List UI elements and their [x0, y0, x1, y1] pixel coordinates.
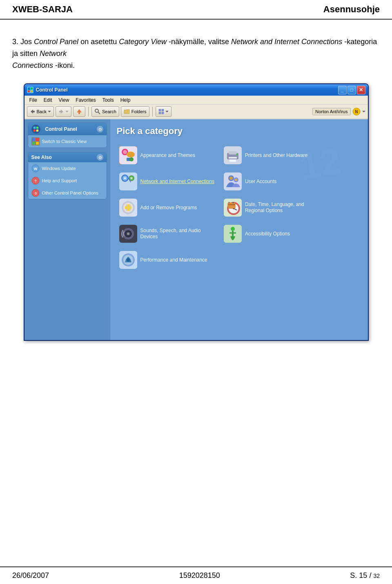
svg-marker-10 [65, 111, 69, 112]
xp-toolbar: Back [24, 105, 368, 119]
footer-page-current: 15 [359, 571, 367, 580]
performance-label: Performance and Maintenance [140, 257, 207, 264]
sidebar-section2-header: See Also ⊙ [28, 152, 107, 162]
other-options-label: Other Control Panel Options [42, 190, 98, 195]
category-performance[interactable]: Performance and Maintenance [117, 248, 220, 272]
menu-help[interactable]: Help [118, 96, 133, 104]
footer-page-sep: / [369, 571, 371, 580]
sounds-icon [119, 225, 137, 243]
svg-rect-2 [31, 87, 33, 90]
svg-point-56 [131, 178, 132, 179]
up-button[interactable] [73, 106, 85, 117]
svg-rect-1 [28, 87, 30, 90]
printers-label: Printers and Other Hardware [245, 152, 307, 159]
users-label: User Accounts [245, 179, 276, 185]
network-icon [119, 172, 137, 190]
datetime-label: Date, Time, Language, and Regional Optio… [245, 201, 322, 214]
sidebar-cp-icon [31, 125, 40, 134]
menu-view[interactable]: View [56, 96, 72, 104]
search-button[interactable]: Search [91, 106, 119, 117]
svg-point-13 [95, 109, 98, 112]
category-users[interactable]: User Accounts [221, 169, 324, 194]
switch-classic-view[interactable]: Switch to Classic View [28, 135, 107, 148]
forward-button[interactable] [56, 106, 71, 117]
svg-text:?: ? [34, 179, 37, 183]
help-support-label: Help and Support [42, 178, 77, 183]
network-internet-italic: Network and Internet Connections [231, 38, 342, 46]
maximize-button[interactable]: □ [347, 86, 356, 94]
network-label: Network and Internet Connections [140, 179, 214, 185]
svg-rect-50 [119, 172, 137, 190]
category-sounds[interactable]: Sounds, Speech, and Audio Devices [117, 222, 220, 246]
svg-rect-30 [32, 142, 35, 145]
addremove-label: Add or Remove Programs [140, 205, 197, 211]
sidebar-collapse-btn[interactable]: ⊙ [97, 126, 103, 132]
svg-rect-58 [224, 172, 242, 190]
main-content: 3. Jos Control Panel on asetettu Categor… [0, 20, 392, 349]
svg-point-85 [231, 227, 235, 231]
sidebar-seealso-collapse-btn[interactable]: ⊙ [97, 154, 103, 161]
sounds-label: Sounds, Speech, and Audio Devices [140, 228, 217, 240]
title-left: XWEB-SARJA [12, 4, 73, 15]
category-printers[interactable]: Printers and Other Hardware [221, 143, 324, 168]
svg-rect-77 [233, 202, 234, 204]
pick-category-title: Pick a category [117, 126, 361, 136]
norton-icon: N [352, 107, 361, 116]
svg-rect-15 [159, 109, 161, 111]
sidebar-cp-icon-svg [33, 126, 39, 132]
svg-rect-26 [36, 130, 38, 132]
xp-content: Pick a category 12 Ap [110, 119, 368, 340]
printers-icon [224, 146, 242, 164]
up-icon [76, 108, 82, 115]
accessibility-icon [224, 225, 242, 243]
forward-dropdown-icon [65, 110, 69, 113]
menu-tools[interactable]: Tools [100, 96, 116, 104]
see-also-windows-update[interactable]: W Windows Update [28, 162, 107, 175]
svg-rect-68 [125, 206, 131, 209]
svg-rect-17 [159, 112, 161, 114]
folders-label: Folders [131, 109, 147, 114]
svg-text:⚙: ⚙ [34, 192, 37, 195]
xp-titlebar: Control Panel _ □ ✕ [24, 84, 368, 96]
menu-file[interactable]: File [27, 96, 40, 104]
network-italic: Network [40, 49, 67, 58]
footer-id: 1592028150 [179, 571, 220, 580]
titlebar-buttons: _ □ ✕ [338, 86, 365, 94]
see-also-other-options[interactable]: ⚙ Other Control Panel Options [28, 187, 107, 199]
view-button[interactable] [156, 106, 172, 117]
svg-rect-6 [33, 111, 35, 112]
category-appearance[interactable]: Appearance and Themes [117, 143, 220, 168]
svg-point-62 [235, 179, 237, 181]
svg-rect-49 [229, 159, 236, 162]
svg-point-91 [127, 258, 130, 262]
help-support-icon: ? [31, 177, 40, 185]
minimize-button[interactable]: _ [338, 86, 347, 94]
svg-point-53 [124, 177, 126, 179]
svg-point-61 [229, 177, 233, 180]
addremove-icon [119, 199, 137, 217]
menu-edit[interactable]: Edit [41, 96, 55, 104]
svg-point-48 [236, 154, 238, 155]
footer-page-total: 32 [373, 573, 380, 579]
svg-rect-75 [228, 203, 235, 208]
close-button[interactable]: ✕ [357, 86, 365, 94]
folders-button[interactable]: Folders [121, 106, 149, 117]
sidebar-section2-title: See Also [31, 154, 52, 160]
back-button[interactable]: Back [27, 106, 54, 117]
category-network[interactable]: Network and Internet Connections [117, 169, 220, 194]
connections-italic: Connections [12, 61, 53, 69]
svg-marker-11 [77, 109, 82, 112]
xp-body: Control Panel ⊙ Switch to Classic View [24, 119, 368, 340]
category-accessibility[interactable]: Accessibility Options [221, 222, 324, 246]
search-label: Search [102, 109, 116, 114]
xp-window: Control Panel _ □ ✕ File Edit View Favor… [24, 83, 369, 341]
see-also-help[interactable]: ? Help and Support [28, 175, 107, 187]
svg-text:N: N [355, 110, 358, 114]
menu-favorites[interactable]: Favorites [73, 96, 98, 104]
svg-rect-28 [32, 138, 35, 141]
instruction-number: 3. [12, 38, 18, 46]
category-addremove[interactable]: Add or Remove Programs [117, 195, 220, 220]
xp-sidebar: Control Panel ⊙ Switch to Classic View [24, 119, 110, 340]
titlebar-left: Control Panel [27, 87, 68, 93]
category-datetime[interactable]: Date, Time, Language, and Regional Optio… [221, 195, 324, 220]
